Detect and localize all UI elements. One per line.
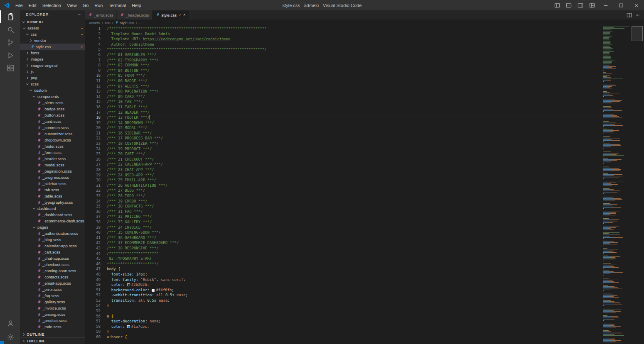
- code-line-54[interactable]: 54}: [85, 303, 602, 308]
- toggle-secondary-sidebar-icon[interactable]: [575, 0, 586, 10]
- code-line-11[interactable]: 11/*** 06 BADGE ***/: [85, 78, 602, 84]
- tree-item-chat-app-scss[interactable]: #_chat-app.scss: [20, 255, 85, 261]
- code-line-34[interactable]: 34/*** 29 ERROR ***/: [85, 199, 602, 204]
- code-line-55[interactable]: 55: [85, 308, 602, 314]
- code-line-6[interactable]: 6/*** 01 VARIABLES ***/: [85, 52, 602, 58]
- breadcrumb-item-css[interactable]: css: [105, 21, 111, 25]
- tree-item-form-scss[interactable]: #_form.scss: [20, 149, 85, 156]
- run-and-debug-icon[interactable]: [0, 49, 20, 62]
- tree-item-typography-scss[interactable]: #_typography.scss: [20, 199, 85, 205]
- source-control-icon[interactable]: [0, 36, 20, 49]
- breadcrumb-item-more[interactable]: …: [139, 21, 143, 25]
- tree-item-dropdown-scss[interactable]: #_dropdown.scss: [20, 137, 85, 143]
- accounts-icon[interactable]: [0, 317, 20, 330]
- code-line-50[interactable]: 50 color: #262626;: [85, 282, 602, 288]
- code-line-59[interactable]: 59}: [85, 329, 602, 334]
- tree-item-js[interactable]: js: [20, 68, 85, 75]
- code-line-32[interactable]: 32/*** 27 BLOG ***/: [85, 188, 602, 193]
- explorer-icon[interactable]: [0, 10, 20, 23]
- vertical-scrollbar[interactable]: [631, 26, 644, 344]
- code-line-17[interactable]: 17/*** 12 HEADER ***/: [85, 110, 602, 115]
- code-line-30[interactable]: 30/*** 25 EMAIL-APP ***/: [85, 178, 602, 183]
- more-actions-icon[interactable]: [633, 10, 642, 20]
- code-line-52[interactable]: 52 -webkit-transition: all 0.5s ease;: [85, 293, 602, 298]
- menu-run[interactable]: Run: [91, 0, 106, 10]
- tree-item-authentication-scss[interactable]: #_authentication.scss: [20, 230, 85, 237]
- code-line-5[interactable]: 5***************************************…: [85, 47, 602, 52]
- minimize-button[interactable]: [598, 0, 613, 10]
- search-icon[interactable]: [0, 23, 20, 36]
- tree-item-contacts-scss[interactable]: #_contacts.scss: [20, 274, 85, 280]
- code-line-37[interactable]: 37/*** 32 PRICING ***/: [85, 214, 602, 220]
- minimap[interactable]: [602, 26, 631, 344]
- tree-item-blog-scss[interactable]: #_blog.scss: [20, 237, 85, 243]
- menu-selection[interactable]: Selection: [39, 0, 64, 10]
- tree-item-error-scss[interactable]: #_error.scss: [20, 286, 85, 293]
- tree-item-coming-soon-scss[interactable]: #_coming-soon.scss: [20, 268, 85, 274]
- code-line-56[interactable]: 56a {: [85, 314, 602, 319]
- breadcrumb-item-assets[interactable]: assets: [89, 21, 100, 25]
- menu-help[interactable]: Help: [129, 0, 144, 10]
- tree-item-checkout-scss[interactable]: #_checkout.scss: [20, 261, 85, 268]
- code-line-49[interactable]: 49 font-family: "Rubik", sans-serif;: [85, 277, 602, 283]
- code-line-36[interactable]: 36/*** 31 FAQ ***/: [85, 209, 602, 215]
- code-line-44[interactable]: 44/**********************: [85, 251, 602, 256]
- code-line-3[interactable]: 3 Template URI: https://codecanyon.net/u…: [85, 37, 602, 42]
- code-line-39[interactable]: 39/*** 34 INVOICE ***/: [85, 225, 602, 230]
- tree-item-header-scss[interactable]: #_header.scss: [20, 156, 85, 162]
- code-line-12[interactable]: 12/*** 07 ALERTS ***/: [85, 84, 602, 89]
- timeline-panel-header[interactable]: TIMELINE: [20, 337, 85, 344]
- code-line-20[interactable]: 20/*** 15 MODAL ***/: [85, 125, 602, 131]
- code-line-38[interactable]: 38/*** 33 GALLERY ***/: [85, 220, 602, 225]
- tab-error-scss[interactable]: #_error.scss: [85, 10, 117, 20]
- tree-item-cart-scss[interactable]: #_cart.scss: [20, 249, 85, 255]
- customize-layout-icon[interactable]: [586, 0, 598, 10]
- code-line-31[interactable]: 31/*** 26 AUTHENTICATION ***/: [85, 183, 602, 188]
- code-line-10[interactable]: 10/*** 05 FORM ***/: [85, 73, 602, 78]
- color-swatch[interactable]: [152, 289, 155, 292]
- code-line-22[interactable]: 22/*** 17 PROGRESS BAR ***/: [85, 136, 602, 141]
- code-line-46[interactable]: 46**********************/: [85, 261, 602, 267]
- code-line-60[interactable]: 60a:hover {: [85, 334, 602, 340]
- menu-view[interactable]: View: [64, 0, 80, 10]
- tree-item-images-original[interactable]: images-original: [20, 62, 85, 68]
- tree-item-alerts-scss[interactable]: #_alerts.scss: [20, 100, 85, 106]
- tree-item-progress-scss[interactable]: #_progress.scss: [20, 174, 85, 181]
- tree-item-table-scss[interactable]: #_table.scss: [20, 193, 85, 199]
- menu-go[interactable]: Go: [80, 0, 92, 10]
- tree-item-card-scss[interactable]: #_card.scss: [20, 118, 85, 124]
- code-line-27[interactable]: 27/*** 22 CALENDAR-APP ***/: [85, 162, 602, 167]
- split-editor-icon[interactable]: [625, 10, 633, 20]
- code-editor[interactable]: 1/**************************************…: [85, 26, 644, 344]
- tab-header-scss[interactable]: #_header.scss: [117, 10, 152, 20]
- tree-item-pagination-scss[interactable]: #_pagination.scss: [20, 168, 85, 174]
- code-line-2[interactable]: 2 Template Name: Dmeki Admin: [85, 32, 602, 37]
- code-line-47[interactable]: 47body {: [85, 266, 602, 272]
- code-line-21[interactable]: 21/*** 16 SIDEBAR ***/: [85, 131, 602, 136]
- tree-item-todo-scss[interactable]: #_todo.scss: [20, 324, 85, 330]
- tree-item-pug[interactable]: pug: [20, 75, 85, 81]
- tree-item-calendar-app-scss[interactable]: #_calendar-app.scss: [20, 243, 85, 249]
- explorer-more-actions-button[interactable]: ⋯: [78, 12, 82, 17]
- tree-item-badge-scss[interactable]: #_badge.scss: [20, 106, 85, 112]
- outline-panel-header[interactable]: OUTLINE: [20, 331, 85, 337]
- tree-item-fonts[interactable]: fonts: [20, 50, 85, 56]
- breadcrumb-item-style-css[interactable]: #style.css: [115, 21, 135, 25]
- code-line-18[interactable]: 18/*** 13 FOOTER ***/: [85, 115, 602, 120]
- toggle-panel-icon[interactable]: [563, 0, 575, 10]
- tree-item-components[interactable]: components: [20, 93, 85, 100]
- code-line-45[interactable]: 45 02 TYPOGRAPHY START: [85, 256, 602, 261]
- close-button[interactable]: [629, 0, 644, 10]
- code-line-58[interactable]: 58 color: #1a7cbc;: [85, 324, 602, 329]
- tab-style-css[interactable]: #style.css2×: [152, 10, 189, 20]
- tree-item-dashboard-scss[interactable]: #_dashboard.scss: [20, 212, 85, 218]
- tree-item-footer-scss[interactable]: #_footer.scss: [20, 143, 85, 149]
- tree-item-css[interactable]: css●: [20, 31, 85, 37]
- code-line-15[interactable]: 15/*** 10 TAB ***/: [85, 99, 602, 105]
- tree-item-faq-scss[interactable]: #_faq.scss: [20, 293, 85, 299]
- tree-item-ecommerce-dash-scss[interactable]: #_ecommerce-dash.scss: [20, 218, 85, 224]
- tree-item-dashboard[interactable]: dashboard: [20, 205, 85, 212]
- code-line-4[interactable]: 4 Author: codnictheme: [85, 42, 602, 47]
- tree-root-admeki[interactable]: ADMEKI: [20, 19, 85, 25]
- tree-item-pricing-scss[interactable]: #_pricing.scss: [20, 311, 85, 317]
